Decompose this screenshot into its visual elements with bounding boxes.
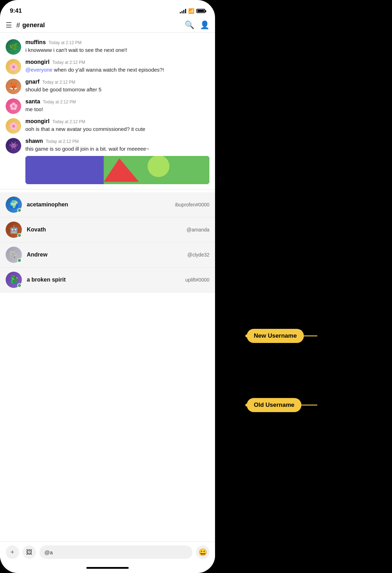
timestamp: Today at 2:12 PM xyxy=(52,119,85,124)
user-display-name: Kovath xyxy=(27,227,46,233)
old-username-label: Old Username xyxy=(254,402,294,409)
wifi-icon: 📶 xyxy=(188,8,194,14)
message-input[interactable]: @a xyxy=(39,545,192,559)
message-row: 🌸 moongirl Today at 2:12 PM ooh is that … xyxy=(0,116,215,136)
online-indicator xyxy=(17,258,22,263)
online-indicator xyxy=(17,208,22,212)
emoji-icon: 😀 xyxy=(198,548,207,556)
avatar: 🌸 xyxy=(6,118,21,134)
user-handle: ibuprofen#0000 xyxy=(175,202,209,207)
user-display-name: Andrew xyxy=(27,252,48,258)
user-display-name: acetaminophen xyxy=(27,201,68,208)
username: gnarf xyxy=(25,79,39,85)
message-text: i knowwww i can't wait to see the next o… xyxy=(25,46,209,54)
search-icon[interactable]: 🔍 xyxy=(185,20,194,30)
message-row: 🦊 gnarf Today at 2:12 PM should be good … xyxy=(0,77,215,96)
battery-icon xyxy=(196,9,205,13)
svg-point-3 xyxy=(148,156,170,177)
message-content: moongirl Today at 2:12 PM @everyone when… xyxy=(25,59,209,74)
user-list: 🌍 acetaminophen ibuprofen#0000 🤖 Kovath … xyxy=(0,192,215,292)
image-button[interactable]: 🖼 xyxy=(23,545,36,559)
user-avatar-container: 🤖 xyxy=(6,222,22,238)
message-row: 🌸 santa Today at 2:12 PM me too! xyxy=(0,96,215,116)
user-handle: uplift#0000 xyxy=(185,277,209,283)
status-icons: 📶 xyxy=(180,8,205,14)
avatar: 🌿 xyxy=(6,39,21,55)
home-indicator xyxy=(0,562,215,573)
plus-icon: + xyxy=(11,549,14,556)
avatar: 🦊 xyxy=(6,79,21,94)
message-content: shawn Today at 2:12 PM this game is so g… xyxy=(25,138,209,184)
online-indicator xyxy=(17,233,22,237)
divider xyxy=(0,189,215,189)
plus-button[interactable]: + xyxy=(6,545,19,559)
image-attachment xyxy=(25,156,209,184)
message-row: 🌸 moongirl Today at 2:12 PM @everyone wh… xyxy=(0,57,215,77)
old-username-bubble: Old Username xyxy=(247,398,301,412)
online-indicator xyxy=(17,283,22,288)
message-text: should be good tomorrow after 5 xyxy=(25,86,209,94)
avatar: 👾 xyxy=(6,138,21,153)
header-icons: 🔍 👤 xyxy=(185,20,209,30)
timestamp: Today at 2:12 PM xyxy=(52,60,85,65)
chat-area: 🌿 muffins Today at 2:12 PM i knowwww i c… xyxy=(0,33,215,542)
message-content: gnarf Today at 2:12 PM should be good to… xyxy=(25,79,209,94)
status-time: 9:41 xyxy=(10,7,22,14)
timestamp: Today at 2:12 PM xyxy=(42,80,75,85)
channel-header: ☰ # general 🔍 👤 xyxy=(0,18,215,33)
username: muffins xyxy=(25,39,46,46)
hash-icon: # xyxy=(16,21,20,29)
old-username-annotation: Old Username xyxy=(247,402,324,409)
username: shawn xyxy=(25,138,43,144)
channel-name: general xyxy=(22,22,45,29)
profile-icon[interactable]: 👤 xyxy=(200,20,209,30)
message-text: this game is so good ill join in a bit. … xyxy=(25,145,209,153)
mention: @everyone xyxy=(25,67,53,73)
message-row: 👾 shawn Today at 2:12 PM this game is so… xyxy=(0,136,215,186)
message-row: 🌿 muffins Today at 2:12 PM i knowwww i c… xyxy=(0,37,215,57)
avatar: 🌸 xyxy=(6,98,21,114)
user-avatar-container: 🌍 xyxy=(6,197,22,213)
new-username-bubble: New Username xyxy=(247,329,304,343)
home-bar xyxy=(86,567,129,569)
timestamp: Today at 2:12 PM xyxy=(49,40,81,45)
image-icon: 🖼 xyxy=(26,549,32,556)
username: moongirl xyxy=(25,118,49,125)
message-content: santa Today at 2:12 PM me too! xyxy=(25,98,209,114)
hamburger-menu-icon[interactable]: ☰ xyxy=(6,21,12,29)
user-avatar-container: 🐘 xyxy=(6,247,22,263)
input-placeholder: @a xyxy=(44,549,53,555)
username: moongirl xyxy=(25,59,49,65)
user-display-name: a broken spirit xyxy=(27,277,66,283)
list-item[interactable]: 🐉 a broken spirit uplift#0000 xyxy=(0,267,215,292)
user-avatar-container: 🐉 xyxy=(6,272,22,288)
new-username-label: New Username xyxy=(254,332,297,339)
list-item[interactable]: 🐘 Andrew @clyde32 xyxy=(0,242,215,267)
new-username-annotation: New Username xyxy=(247,332,324,339)
channel-title: # general xyxy=(16,21,180,29)
bottom-bar: + 🖼 @a 😀 xyxy=(0,542,215,562)
message-content: muffins Today at 2:12 PM i knowwww i can… xyxy=(25,39,209,54)
user-handle: @amanda xyxy=(186,227,209,233)
timestamp: Today at 2:12 PM xyxy=(43,99,76,104)
message-text: @everyone when do y'all wanna watch the … xyxy=(25,66,209,74)
timestamp: Today at 2:12 PM xyxy=(46,139,79,144)
signal-bars-icon xyxy=(180,9,186,13)
emoji-button[interactable]: 😀 xyxy=(196,545,209,559)
message-text: ooh is that a new avatar you commissione… xyxy=(25,125,209,133)
list-item[interactable]: 🌍 acetaminophen ibuprofen#0000 xyxy=(0,192,215,217)
status-bar: 9:41 📶 xyxy=(0,0,215,18)
avatar: 🌸 xyxy=(6,59,21,74)
username: santa xyxy=(25,98,40,105)
message-text: me too! xyxy=(25,105,209,114)
user-handle: @clyde32 xyxy=(188,252,209,258)
list-item[interactable]: 🤖 Kovath @amanda xyxy=(0,217,215,242)
image-inner xyxy=(25,156,209,184)
message-content: moongirl Today at 2:12 PM ooh is that a … xyxy=(25,118,209,133)
